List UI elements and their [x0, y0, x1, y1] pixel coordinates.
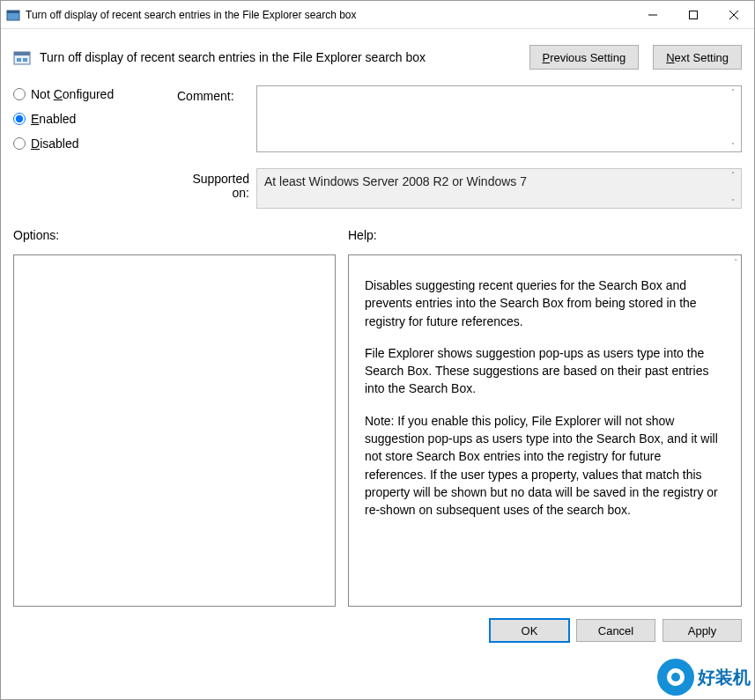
supported-on-value: At least Windows Server 2008 R2 or Windo… [264, 174, 527, 188]
titlebar: Turn off display of recent search entrie… [1, 1, 754, 29]
supported-on-box: At least Windows Server 2008 R2 or Windo… [256, 168, 742, 209]
policy-title: Turn off display of recent search entrie… [40, 50, 515, 64]
radio-enabled-input[interactable] [13, 113, 26, 125]
header-row: Turn off display of recent search entrie… [1, 29, 754, 85]
options-label: Options: [13, 228, 348, 242]
apply-button[interactable]: Apply [662, 619, 742, 642]
help-label: Help: [348, 228, 377, 242]
svg-rect-8 [17, 58, 21, 62]
state-radio-group: Not Configured Enabled Disabled [13, 85, 177, 209]
radio-enabled-label: Enabled [31, 112, 76, 126]
scroll-down-icon: ˅ [731, 142, 735, 150]
previous-setting-button[interactable]: Previous Setting [529, 45, 640, 70]
help-pane[interactable]: Disables suggesting recent queries for t… [348, 254, 742, 607]
close-button[interactable] [714, 1, 754, 28]
watermark-badge: 好装机 [657, 659, 751, 696]
comment-textarea[interactable]: ˄ ˅ [256, 85, 742, 152]
comment-label: Comment: [177, 85, 256, 103]
next-setting-button[interactable]: Next Setting [653, 45, 742, 70]
help-scroll-up-icon: ˄ [734, 258, 738, 267]
watermark-text: 好装机 [698, 666, 751, 689]
radio-enabled[interactable]: Enabled [13, 112, 177, 126]
help-paragraph-2: File Explorer shows suggestion pop-ups a… [365, 344, 725, 398]
svg-rect-1 [7, 11, 19, 13]
radio-not-configured[interactable]: Not Configured [13, 87, 177, 101]
window-controls [633, 1, 754, 28]
help-paragraph-3: Note: If you enable this policy, File Ex… [365, 412, 725, 519]
lower-panes: Disables suggesting recent queries for t… [1, 247, 754, 607]
scroll-down-icon: ˅ [731, 198, 735, 206]
config-area: Not Configured Enabled Disabled Comment:… [1, 85, 754, 209]
cancel-button[interactable]: Cancel [576, 619, 655, 642]
ok-button[interactable]: OK [490, 619, 569, 642]
maximize-button[interactable] [673, 1, 714, 28]
options-pane[interactable] [13, 254, 336, 607]
radio-not-configured-label: Not Configured [31, 87, 114, 101]
radio-not-configured-input[interactable] [13, 88, 26, 100]
supported-scrollbar[interactable]: ˄ ˅ [727, 171, 739, 206]
fields-column: Comment: ˄ ˅ Supported on: At least Wind… [177, 85, 742, 209]
radio-disabled-input[interactable] [13, 137, 26, 150]
help-pane-wrapper: Disables suggesting recent queries for t… [348, 254, 742, 607]
window-title: Turn off display of recent search entrie… [26, 9, 633, 21]
scroll-up-icon: ˄ [731, 171, 735, 179]
policy-icon [13, 48, 31, 66]
section-labels: Options: Help: [1, 209, 754, 247]
bottom-button-bar: OK Cancel Apply [1, 607, 754, 642]
help-paragraph-1: Disables suggesting recent queries for t… [365, 276, 725, 330]
scroll-up-icon: ˄ [731, 88, 735, 96]
supported-on-label: Supported on: [177, 168, 256, 200]
radio-disabled-label: Disabled [31, 136, 79, 151]
radio-disabled[interactable]: Disabled [13, 136, 177, 151]
comment-scrollbar[interactable]: ˄ ˅ [727, 88, 739, 150]
svg-rect-7 [14, 52, 30, 55]
app-icon [6, 8, 20, 22]
svg-rect-9 [23, 58, 27, 62]
watermark-logo-icon [657, 659, 694, 696]
minimize-button[interactable] [633, 1, 673, 28]
svg-rect-3 [690, 11, 698, 18]
